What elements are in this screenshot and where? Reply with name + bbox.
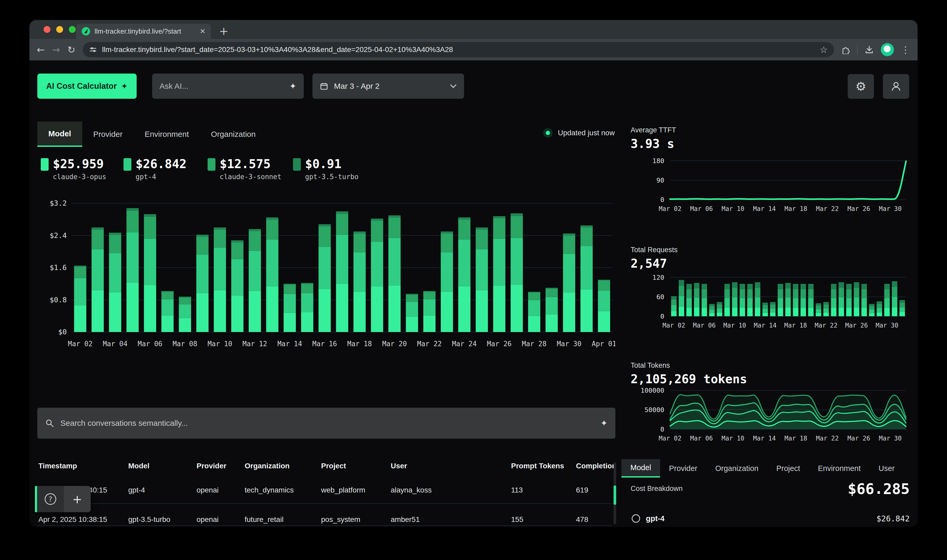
requests-chart: 060120Mar 02Mar 06Mar 10Mar 14Mar 18Mar … (631, 274, 910, 337)
tab-close-icon[interactable]: ✕ (200, 27, 205, 35)
svg-text:Mar 24: Mar 24 (452, 340, 477, 348)
bookmark-star-icon[interactable]: ☆ (820, 45, 828, 55)
breakdown-tab-organization[interactable]: Organization (706, 459, 767, 477)
svg-text:Mar 10: Mar 10 (722, 435, 744, 442)
col-provider: Provider (197, 462, 226, 470)
svg-text:Mar 18: Mar 18 (784, 322, 807, 329)
sparkle-icon: ✦ (601, 418, 608, 428)
favicon-tinybird-icon (82, 27, 90, 36)
svg-text:Mar 10: Mar 10 (208, 340, 232, 348)
legend-label: gpt-4 (136, 173, 186, 181)
calendar-icon (320, 82, 328, 90)
breakdown-tab-user[interactable]: User (870, 459, 904, 477)
add-button[interactable]: + (64, 486, 91, 512)
menu-kebab-icon[interactable]: ⋮ (901, 45, 910, 55)
breakdown-tab-provider[interactable]: Provider (660, 459, 706, 477)
status-text: Updated just now (558, 129, 614, 137)
question-icon: ? (49, 495, 52, 503)
breakdown-row-name: gpt-4 (646, 514, 872, 523)
browser-tab-strip: llm-tracker.tinybird.live/?start ✕ + (29, 20, 918, 39)
legend-item: $12.575 claude-3-sonnet (208, 157, 282, 181)
date-range-picker[interactable]: Mar 3 - Apr 2 (313, 74, 464, 99)
svg-text:Mar 12: Mar 12 (243, 340, 267, 348)
widget-accent-bar (35, 486, 37, 512)
sparkle-icon: ✦ (289, 81, 296, 91)
legend-item: $26.842 gpt-4 (123, 157, 186, 181)
row-divider (37, 503, 612, 504)
daily-cost-chart: $0$0.8$1.6$2.4$3.2Mar 02Mar 04Mar 06Mar … (37, 200, 615, 360)
openai-logo-icon (631, 513, 641, 524)
tokens-chart: 050000100000Mar 02Mar 06Mar 10Mar 14Mar … (631, 387, 910, 450)
svg-text:Mar 16: Mar 16 (313, 340, 337, 348)
tab-environment[interactable]: Environment (134, 122, 200, 147)
legend-value: $12.575 (220, 157, 282, 171)
maximize-window-button[interactable] (69, 26, 75, 33)
minimize-window-button[interactable] (56, 26, 63, 33)
table-scrollbar[interactable] (614, 462, 616, 524)
ask-ai-input-wrap[interactable]: ✦ (152, 74, 304, 99)
svg-text:$1.6: $1.6 (50, 263, 67, 272)
tokens-label: Total Tokens (631, 362, 670, 369)
breakdown-tab-environment[interactable]: Environment (809, 459, 870, 477)
svg-text:Mar 28: Mar 28 (522, 340, 547, 348)
app-title-label: AI Cost Calculator (46, 82, 117, 91)
back-icon[interactable]: ← (37, 45, 45, 55)
ask-ai-input[interactable] (160, 82, 289, 91)
url-bar[interactable]: llm-tracker.tinybird.live/?start_date=20… (83, 42, 834, 57)
svg-text:Mar 26: Mar 26 (845, 322, 868, 329)
new-tab-button[interactable]: + (219, 24, 228, 39)
breakdown-tabs: Model Provider Organization Project Envi… (621, 459, 918, 477)
cost-breakdown-header: Cost Breakdown $66.285 (631, 480, 910, 497)
semantic-search-bar[interactable]: ✦ (37, 408, 615, 438)
col-prompt-tokens: Prompt Tokens (511, 462, 564, 470)
forward-icon[interactable]: → (52, 45, 60, 55)
browser-tab[interactable]: llm-tracker.tinybird.live/?start ✕ (76, 24, 211, 39)
svg-text:Mar 02: Mar 02 (662, 322, 685, 329)
legend-label: claude-3-sonnet (220, 173, 282, 181)
toolbar-actions: ⋮ (841, 43, 910, 56)
svg-text:60: 60 (656, 293, 664, 301)
close-window-button[interactable] (44, 26, 51, 33)
legend-label: claude-3-opus (53, 173, 106, 181)
help-button[interactable]: ? (37, 486, 64, 512)
legend-swatch (293, 158, 301, 171)
svg-text:Mar 10: Mar 10 (722, 205, 744, 212)
svg-text:Mar 06: Mar 06 (138, 340, 162, 348)
svg-text:Apr 01: Apr 01 (592, 340, 615, 348)
cost-breakdown-total: $66.285 (848, 480, 910, 497)
svg-text:Mar 22: Mar 22 (417, 340, 442, 348)
svg-text:$0.8: $0.8 (50, 296, 67, 304)
legend-item: $0.91 gpt-3.5-turbo (293, 157, 359, 181)
breakdown-tab-project[interactable]: Project (767, 459, 809, 477)
extensions-icon[interactable] (841, 45, 850, 54)
svg-text:180: 180 (653, 157, 664, 165)
status-badge: Updated just now (543, 128, 614, 138)
downloads-icon[interactable] (864, 45, 874, 54)
breakdown-row[interactable]: gpt-4 $26.842 (631, 510, 910, 527)
svg-text:Mar 18: Mar 18 (785, 205, 807, 212)
breakdown-tab-model[interactable]: Model (621, 459, 660, 477)
window-controls[interactable] (44, 26, 75, 33)
col-organization: Organization (245, 462, 289, 470)
stats-panel: Average TTFT 3.93 s 090180Mar 02Mar 06Ma… (621, 60, 918, 527)
reload-icon[interactable]: ↻ (67, 45, 75, 55)
profile-avatar[interactable] (881, 43, 894, 56)
ttft-label: Average TTFT (631, 126, 676, 134)
url-text: llm-tracker.tinybird.live/?start_date=20… (102, 45, 815, 54)
date-range-label: Mar 3 - Apr 2 (334, 82, 379, 91)
svg-text:$0: $0 (58, 328, 67, 336)
semantic-search-input[interactable] (60, 419, 594, 428)
svg-text:Mar 30: Mar 30 (876, 322, 898, 329)
browser-toolbar: ← → ↻ llm-tracker.tinybird.live/?start_d… (29, 39, 918, 60)
col-user: User (391, 462, 407, 470)
svg-text:Mar 30: Mar 30 (557, 340, 582, 348)
legend-swatch (123, 158, 131, 171)
tab-provider[interactable]: Provider (82, 122, 134, 147)
svg-text:0: 0 (660, 426, 664, 433)
svg-text:Mar 10: Mar 10 (724, 322, 746, 329)
tab-model[interactable]: Model (37, 122, 82, 147)
tab-organization[interactable]: Organization (200, 122, 267, 147)
app-title-button[interactable]: AI Cost Calculator ✦ (37, 74, 137, 99)
legend-value: $26.842 (136, 157, 186, 171)
col-project: Project (321, 462, 346, 470)
